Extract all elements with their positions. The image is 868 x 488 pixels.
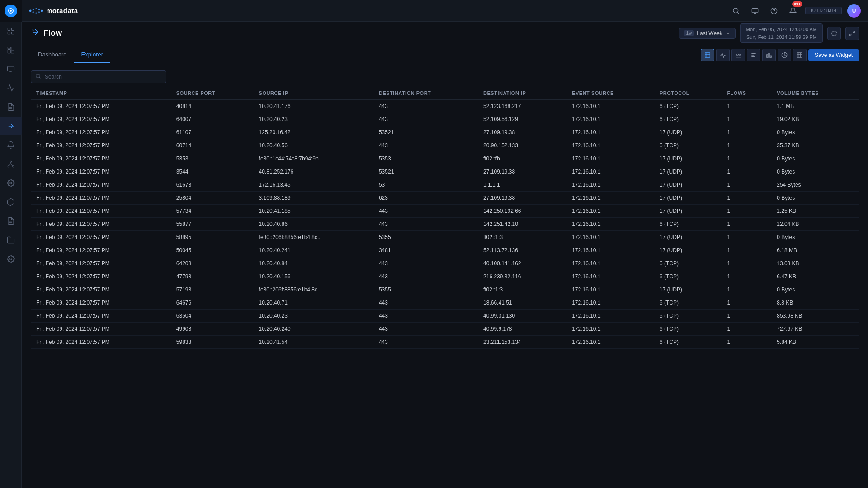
cell-1-8: 19.02 KB [771, 113, 859, 126]
table-row[interactable]: Fri, Feb 09, 2024 12:07:57 PM61678172.16… [31, 178, 859, 192]
page-title: Flow [43, 28, 62, 38]
cell-6-6: 17 (UDP) [654, 178, 722, 192]
table-row[interactable]: Fri, Feb 09, 2024 12:07:57 PM258043.109.… [31, 192, 859, 205]
viz-area-btn[interactable] [731, 49, 745, 61]
table-row[interactable]: Fri, Feb 09, 2024 12:07:57 PM5587710.20.… [31, 218, 859, 231]
col-protocol[interactable]: PROTOCOL [654, 87, 722, 100]
table-row[interactable]: Fri, Feb 09, 2024 12:07:57 PM6420810.20.… [31, 257, 859, 270]
table-row[interactable]: Fri, Feb 09, 2024 12:07:57 PM4990810.20.… [31, 323, 859, 336]
cell-18-0: Fri, Feb 09, 2024 12:07:57 PM [31, 336, 171, 349]
cell-0-2: 10.20.41.176 [254, 100, 373, 113]
col-event-source[interactable]: EVENT SOURCE [566, 87, 654, 100]
table-row[interactable]: Fri, Feb 09, 2024 12:07:57 PM5004510.20.… [31, 244, 859, 257]
table-row[interactable]: Fri, Feb 09, 2024 12:07:57 PM4081410.20.… [31, 100, 859, 113]
svg-point-14 [8, 166, 9, 167]
sidebar-item-settings[interactable] [0, 250, 22, 268]
table-row[interactable]: Fri, Feb 09, 2024 12:07:57 PM5773410.20.… [31, 205, 859, 218]
svg-point-19 [9, 258, 12, 260]
table-row[interactable]: Fri, Feb 09, 2024 12:07:57 PM354440.81.2… [31, 165, 859, 178]
cell-4-8: 0 Bytes [771, 152, 859, 165]
sidebar-item-apps[interactable] [0, 193, 22, 211]
cell-11-7: 1 [722, 244, 771, 257]
help-btn[interactable] [767, 4, 781, 18]
cell-5-8: 0 Bytes [771, 165, 859, 178]
sidebar-item-network[interactable] [0, 155, 22, 173]
cell-5-0: Fri, Feb 09, 2024 12:07:57 PM [31, 165, 171, 178]
display-btn[interactable] [748, 4, 762, 18]
cell-9-2: 10.20.40.86 [254, 218, 373, 231]
time-range-selector[interactable]: 1w Last Week [679, 28, 736, 39]
col-dest-ip[interactable]: DESTINATION IP [478, 87, 566, 100]
col-timestamp[interactable]: TIMESTAMP [31, 87, 171, 100]
cell-16-3: 443 [373, 310, 478, 323]
cell-0-1: 40814 [171, 100, 254, 113]
notification-badge[interactable]: 99+ [786, 4, 800, 18]
viz-hbar-btn[interactable] [747, 49, 760, 61]
col-flows[interactable]: FLOWS [722, 87, 771, 100]
viz-table-btn[interactable] [701, 49, 714, 61]
sidebar-item-dashboard[interactable] [0, 41, 22, 59]
search-input[interactable] [31, 70, 166, 83]
cell-14-2: fe80::206f:8856:e1b4:8c... [254, 283, 373, 296]
cell-13-7: 1 [722, 270, 771, 283]
sidebar-item-analytics[interactable] [0, 79, 22, 97]
search-wrap [31, 70, 166, 83]
cell-8-5: 172.16.10.1 [566, 205, 654, 218]
table-row[interactable]: Fri, Feb 09, 2024 12:07:57 PM4779810.20.… [31, 270, 859, 283]
sidebar-item-logs[interactable] [0, 98, 22, 116]
sidebar-item-monitor[interactable] [0, 60, 22, 78]
tab-dashboard[interactable]: Dashboard [31, 47, 74, 63]
user-avatar[interactable]: U [847, 4, 861, 18]
data-table: TIMESTAMP SOURCE PORT SOURCE IP DESTINAT… [31, 87, 859, 349]
cell-10-5: 172.16.10.1 [566, 231, 654, 244]
sidebar-item-reports[interactable] [0, 212, 22, 230]
sidebar-item-files[interactable] [0, 231, 22, 249]
search-nav-btn[interactable] [729, 4, 743, 18]
col-dest-port[interactable]: DESTINATION PORT [373, 87, 478, 100]
cell-3-2: 10.20.40.56 [254, 139, 373, 152]
time-display: Mon, Feb 05, 2024 12:00:00 AM Sun, Feb 1… [740, 23, 823, 43]
cell-12-7: 1 [722, 257, 771, 270]
table-row[interactable]: Fri, Feb 09, 2024 12:07:57 PM5353fe80::1… [31, 152, 859, 165]
table-row[interactable]: Fri, Feb 09, 2024 12:07:57 PM6071410.20.… [31, 139, 859, 152]
cell-13-4: 216.239.32.116 [478, 270, 566, 283]
cell-10-1: 58895 [171, 231, 254, 244]
topnav-logo: motadata [29, 6, 78, 15]
cell-10-0: Fri, Feb 09, 2024 12:07:57 PM [31, 231, 171, 244]
time-to: Sun, Feb 11, 2024 11:59:59 PM [746, 33, 817, 41]
cell-13-2: 10.20.40.156 [254, 270, 373, 283]
table-row[interactable]: Fri, Feb 09, 2024 12:07:57 PM57198fe80::… [31, 283, 859, 296]
viz-pie-btn[interactable] [778, 49, 791, 61]
viz-vbar-btn[interactable] [762, 49, 776, 61]
col-volume-bytes[interactable]: VOLUME BYTES [771, 87, 859, 100]
viz-line-btn[interactable] [716, 49, 730, 61]
sidebar-item-flow[interactable] [0, 117, 22, 135]
table-row[interactable]: Fri, Feb 09, 2024 12:07:57 PM6350410.20.… [31, 310, 859, 323]
svg-rect-6 [8, 47, 10, 49]
sidebar-item-home[interactable] [0, 22, 22, 40]
data-table-wrap: TIMESTAMP SOURCE PORT SOURCE IP DESTINAT… [22, 87, 868, 488]
table-row[interactable]: Fri, Feb 09, 2024 12:07:57 PM61107125.20… [31, 126, 859, 139]
table-row[interactable]: Fri, Feb 09, 2024 12:07:57 PM58895fe80::… [31, 231, 859, 244]
sidebar-item-configuration[interactable] [0, 174, 22, 192]
viz-grid-btn[interactable] [793, 49, 807, 61]
col-source-ip[interactable]: SOURCE IP [254, 87, 373, 100]
time-from: Mon, Feb 05, 2024 12:00:00 AM [746, 26, 817, 33]
app-name: motadata [46, 7, 78, 14]
fullscreen-btn[interactable] [845, 27, 859, 40]
cell-10-3: 5355 [373, 231, 478, 244]
cell-12-6: 6 (TCP) [654, 257, 722, 270]
refresh-btn[interactable] [827, 27, 841, 40]
table-row[interactable]: Fri, Feb 09, 2024 12:07:57 PM6467610.20.… [31, 296, 859, 310]
tab-explorer[interactable]: Explorer [74, 47, 110, 63]
sidebar-item-alerts[interactable] [0, 136, 22, 154]
save-widget-button[interactable]: Save as Widget [808, 49, 859, 61]
cell-17-1: 49908 [171, 323, 254, 336]
motadata-logo-icon [29, 6, 43, 15]
cell-0-4: 52.123.168.217 [478, 100, 566, 113]
cell-6-8: 254 Bytes [771, 178, 859, 192]
col-source-port[interactable]: SOURCE PORT [171, 87, 254, 100]
table-row[interactable]: Fri, Feb 09, 2024 12:07:57 PM5983810.20.… [31, 336, 859, 349]
table-row[interactable]: Fri, Feb 09, 2024 12:07:57 PM6400710.20.… [31, 113, 859, 126]
cell-6-7: 1 [722, 178, 771, 192]
